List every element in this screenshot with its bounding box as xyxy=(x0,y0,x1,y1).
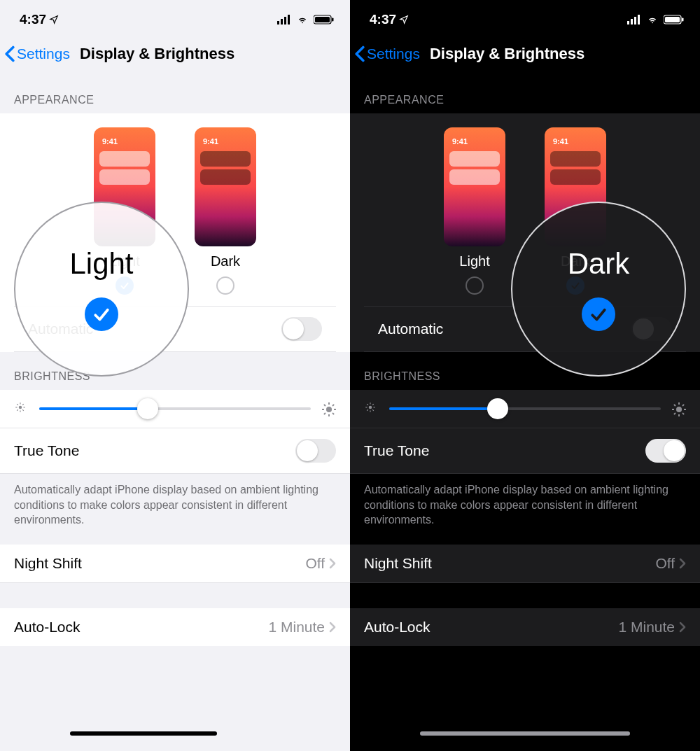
nav-bar: Settings Display & Brightness xyxy=(0,35,350,76)
chevron-right-icon xyxy=(679,622,686,633)
page-title: Display & Brightness xyxy=(430,45,584,63)
battery-icon xyxy=(314,15,335,24)
auto-lock-row[interactable]: Auto-Lock 1 Minute xyxy=(0,608,350,646)
sun-max-icon xyxy=(671,401,686,416)
status-time: 4:37 xyxy=(370,12,396,27)
true-tone-note: Automatically adapt iPhone display based… xyxy=(350,474,700,545)
section-header-brightness: BRIGHTNESS xyxy=(0,352,350,390)
night-shift-label: Night Shift xyxy=(364,555,432,572)
automatic-toggle[interactable] xyxy=(631,317,672,341)
svg-line-15 xyxy=(22,404,24,405)
auto-lock-label: Auto-Lock xyxy=(14,619,80,636)
svg-rect-25 xyxy=(627,21,629,24)
svg-point-41 xyxy=(676,407,682,412)
svg-point-7 xyxy=(19,406,22,409)
location-icon xyxy=(49,15,59,24)
wifi-icon xyxy=(295,15,309,24)
auto-lock-row[interactable]: Auto-Lock 1 Minute xyxy=(350,608,700,646)
svg-rect-1 xyxy=(281,19,283,24)
true-tone-note: Automatically adapt iPhone display based… xyxy=(0,474,350,545)
home-indicator xyxy=(70,731,217,736)
thumbnail-time: 9:41 xyxy=(203,137,218,146)
night-shift-row[interactable]: Night Shift Off xyxy=(350,545,700,583)
automatic-toggle[interactable] xyxy=(281,317,322,341)
appearance-panel: 9:41 Light 9:41 Dark xyxy=(350,113,700,352)
appearance-panel: 9:41 Light 9:41 Dark xyxy=(0,113,350,352)
thumbnail-time: 9:41 xyxy=(553,137,568,146)
true-tone-row[interactable]: True Tone xyxy=(350,428,700,474)
brightness-slider-row xyxy=(0,390,350,428)
cellular-icon xyxy=(277,15,291,24)
back-button[interactable]: Settings xyxy=(354,45,420,62)
true-tone-label: True Tone xyxy=(14,442,79,459)
true-tone-label: True Tone xyxy=(364,442,429,459)
svg-line-48 xyxy=(674,413,676,414)
svg-line-46 xyxy=(674,405,676,406)
night-shift-value: Off xyxy=(655,555,675,572)
page-title: Display & Brightness xyxy=(80,45,234,63)
night-shift-value: Off xyxy=(305,555,325,572)
svg-line-47 xyxy=(682,413,684,414)
night-shift-row[interactable]: Night Shift Off xyxy=(0,545,350,583)
dark-thumbnail: 9:41 xyxy=(545,127,606,246)
svg-rect-3 xyxy=(288,15,290,24)
nav-bar: Settings Display & Brightness xyxy=(350,35,700,76)
back-button[interactable]: Settings xyxy=(4,45,70,62)
svg-line-21 xyxy=(324,405,326,406)
svg-rect-27 xyxy=(634,17,636,24)
dark-radio[interactable] xyxy=(566,276,584,295)
svg-point-32 xyxy=(369,406,372,409)
appearance-option-light[interactable]: 9:41 Light xyxy=(444,127,505,295)
automatic-row[interactable]: Automatic xyxy=(14,306,336,352)
svg-line-39 xyxy=(367,409,368,411)
appearance-option-dark[interactable]: 9:41 Dark xyxy=(545,127,606,295)
night-shift-label: Night Shift xyxy=(14,555,82,572)
cellular-icon xyxy=(627,15,641,24)
phone-light: 4:37 Settings Display xyxy=(0,0,350,751)
automatic-row[interactable]: Automatic xyxy=(364,306,686,352)
svg-line-40 xyxy=(372,404,374,405)
appearance-option-light[interactable]: 9:41 Light xyxy=(94,127,155,295)
true-tone-toggle[interactable] xyxy=(645,439,686,463)
auto-lock-value: 1 Minute xyxy=(618,619,675,636)
sun-min-icon xyxy=(14,401,29,416)
section-header-appearance: APPEARANCE xyxy=(350,76,700,113)
location-icon xyxy=(399,15,409,24)
brightness-slider[interactable] xyxy=(39,407,311,410)
svg-line-38 xyxy=(372,409,374,411)
light-radio[interactable] xyxy=(465,276,484,295)
phone-dark: 4:37 Settings Display xyxy=(350,0,700,751)
home-indicator xyxy=(420,731,630,736)
dark-label: Dark xyxy=(561,253,590,269)
svg-line-12 xyxy=(17,404,18,405)
svg-rect-6 xyxy=(332,18,334,22)
light-label: Light xyxy=(109,253,139,269)
svg-line-13 xyxy=(22,409,24,411)
light-radio[interactable] xyxy=(115,276,134,295)
sun-min-icon xyxy=(364,401,379,416)
svg-line-22 xyxy=(332,413,334,414)
svg-line-24 xyxy=(332,405,334,406)
section-header-appearance: APPEARANCE xyxy=(0,76,350,113)
svg-rect-2 xyxy=(284,17,286,24)
back-label: Settings xyxy=(17,45,70,62)
true-tone-toggle[interactable] xyxy=(295,439,336,463)
dark-thumbnail: 9:41 xyxy=(195,127,256,246)
status-time: 4:37 xyxy=(20,12,46,27)
svg-rect-30 xyxy=(665,17,680,22)
thumbnail-time: 9:41 xyxy=(102,137,118,146)
thumbnail-time: 9:41 xyxy=(452,137,468,146)
dark-label: Dark xyxy=(211,253,240,269)
chevron-right-icon xyxy=(329,558,336,569)
appearance-option-dark[interactable]: 9:41 Dark xyxy=(195,127,256,295)
svg-rect-26 xyxy=(631,19,633,24)
brightness-slider[interactable] xyxy=(389,407,661,410)
brightness-slider-row xyxy=(350,390,700,428)
svg-line-49 xyxy=(682,405,684,406)
svg-line-37 xyxy=(367,404,368,405)
svg-point-16 xyxy=(326,407,332,412)
svg-rect-0 xyxy=(277,21,279,24)
dark-radio[interactable] xyxy=(216,276,234,295)
battery-icon xyxy=(664,15,685,24)
true-tone-row[interactable]: True Tone xyxy=(0,428,350,474)
